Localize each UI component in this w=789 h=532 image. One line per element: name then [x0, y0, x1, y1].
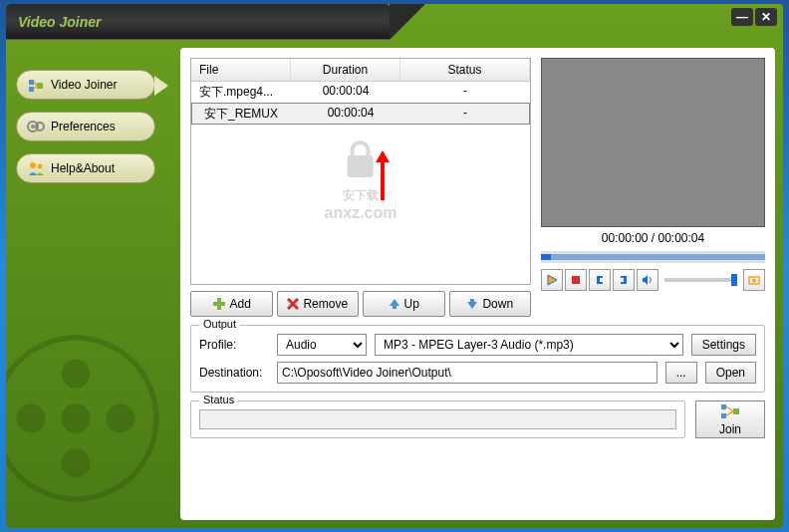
file-list-panel: File Duration Status 安下.mpeg4... 00:00:0… [190, 58, 531, 317]
add-button[interactable]: Add [190, 291, 273, 317]
close-button[interactable]: ✕ [755, 8, 777, 26]
column-header-status[interactable]: Status [400, 59, 530, 81]
svg-rect-18 [213, 302, 225, 306]
progress-bar [199, 409, 676, 429]
sidebar-item-preferences[interactable]: Preferences [16, 112, 155, 141]
svg-rect-2 [37, 83, 43, 89]
group-label: Status [199, 394, 238, 405]
x-icon [287, 298, 299, 310]
cell-duration: 00:00:04 [296, 104, 405, 124]
svg-point-12 [62, 360, 91, 389]
svg-rect-31 [721, 413, 726, 418]
svg-rect-1 [29, 87, 34, 92]
preview-panel: 00:00:00 / 00:00:04 [541, 58, 765, 317]
svg-rect-30 [721, 404, 726, 409]
down-arrow-icon [466, 298, 478, 310]
settings-button[interactable]: Settings [691, 334, 756, 356]
svg-rect-16 [348, 155, 374, 177]
destination-label: Destination: [199, 366, 269, 380]
svg-point-13 [62, 449, 91, 478]
svg-rect-24 [597, 282, 603, 284]
svg-line-33 [726, 406, 733, 411]
remove-button[interactable]: Remove [277, 291, 360, 317]
gear-icon [27, 118, 45, 135]
profile-category-select[interactable]: Audio [277, 334, 367, 356]
app-title: Video Joiner [18, 14, 102, 30]
svg-point-15 [107, 404, 135, 433]
sidebar-item-label: Help&About [51, 161, 115, 175]
svg-point-6 [31, 125, 35, 129]
svg-point-29 [752, 279, 756, 283]
volume-slider[interactable] [664, 278, 737, 282]
sidebar: Video Joiner Preferences Help&About [6, 40, 180, 528]
svg-rect-27 [621, 282, 627, 284]
svg-rect-26 [621, 276, 627, 278]
cell-duration: 00:00:04 [291, 82, 400, 103]
film-reel-decoration [6, 329, 165, 508]
sidebar-item-help-about[interactable]: Help&About [16, 153, 155, 183]
stop-button[interactable] [565, 269, 587, 291]
open-button[interactable]: Open [705, 362, 756, 384]
play-button[interactable] [541, 269, 563, 291]
up-button[interactable]: Up [363, 291, 445, 317]
minimize-button[interactable]: — [731, 8, 753, 26]
table-row[interactable]: 安下_REMUX 00:00:04 - [191, 103, 530, 125]
svg-point-14 [17, 404, 46, 433]
cell-file: 安下_REMUX [196, 104, 296, 124]
output-group: Output Profile: Audio MP3 - MPEG Layer-3… [190, 325, 765, 393]
svg-point-9 [38, 164, 43, 169]
up-arrow-icon [389, 298, 400, 310]
people-icon [27, 159, 45, 177]
down-button[interactable]: Down [449, 291, 532, 317]
svg-point-8 [30, 162, 36, 168]
sidebar-item-label: Video Joiner [51, 78, 118, 92]
video-joiner-icon [27, 76, 45, 94]
svg-line-34 [726, 411, 733, 415]
cell-status: - [400, 82, 530, 103]
arrow-annotation [381, 160, 385, 200]
cell-file: 安下.mpeg4... [191, 82, 291, 103]
profile-label: Profile: [199, 338, 269, 352]
main-panel: File Duration Status 安下.mpeg4... 00:00:0… [180, 48, 775, 520]
table-row[interactable]: 安下.mpeg4... 00:00:04 - [191, 82, 530, 103]
profile-format-select[interactable]: MP3 - MPEG Layer-3 Audio (*.mp3) [375, 334, 683, 356]
svg-point-11 [62, 404, 91, 433]
snapshot-button[interactable] [743, 269, 765, 291]
plus-icon [212, 297, 226, 311]
time-display: 00:00:00 / 00:00:04 [541, 227, 765, 249]
svg-rect-0 [29, 80, 34, 85]
column-header-file[interactable]: File [191, 59, 291, 81]
destination-input[interactable] [277, 362, 658, 384]
cell-status: - [405, 104, 525, 124]
file-table[interactable]: File Duration Status 安下.mpeg4... 00:00:0… [190, 58, 531, 285]
join-icon [720, 402, 740, 420]
title-bar: Video Joiner [6, 4, 390, 40]
group-label: Output [199, 318, 240, 330]
seek-slider[interactable] [541, 251, 765, 263]
sidebar-item-video-joiner[interactable]: Video Joiner [16, 70, 155, 100]
app-window: — ✕ Video Joiner Video Joiner Preference… [6, 4, 783, 528]
svg-rect-32 [733, 408, 739, 414]
volume-button[interactable] [637, 269, 658, 291]
status-group: Status [190, 400, 685, 438]
video-preview[interactable] [541, 58, 765, 227]
sidebar-item-label: Preferences [51, 120, 116, 133]
svg-line-4 [34, 86, 37, 89]
column-header-duration[interactable]: Duration [291, 59, 400, 81]
svg-line-3 [34, 82, 37, 86]
svg-rect-23 [597, 276, 603, 278]
svg-rect-21 [572, 276, 580, 284]
browse-button[interactable]: ... [665, 362, 697, 384]
join-button[interactable]: Join [695, 400, 765, 438]
mark-in-button[interactable] [589, 269, 611, 291]
mark-out-button[interactable] [613, 269, 635, 291]
